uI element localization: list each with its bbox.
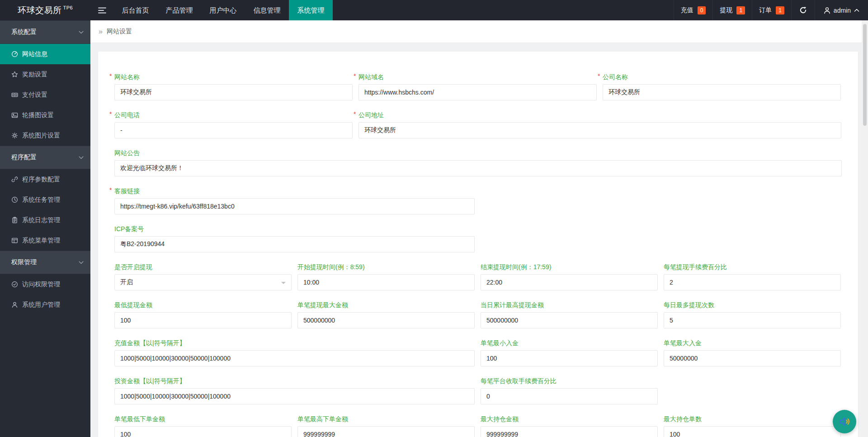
field-input-4-0[interactable] <box>114 236 475 252</box>
nav-tab-4[interactable]: 系统管理 <box>289 0 333 20</box>
field-label: 当日累计最高提现金额 <box>481 301 658 309</box>
field-input-9-1[interactable] <box>297 426 475 437</box>
sidebar-item-1-3[interactable]: 系统菜单管理 <box>0 230 90 251</box>
sidebar-item-0-4[interactable]: 系统图片设置 <box>0 125 90 146</box>
sidebar-item-label: 轮播图设置 <box>22 111 54 119</box>
sidebar-item-label: 系统日志管理 <box>22 216 60 224</box>
refresh-icon <box>799 6 807 14</box>
topbar-right: 充值0提现1订单1 admin <box>674 0 868 20</box>
field-label: 每笔平台收取手续费百分比 <box>481 377 658 385</box>
speaker-icon <box>838 415 851 428</box>
field-input-5-3[interactable] <box>664 274 841 290</box>
field-label: 开始提现时间(例：8:59) <box>297 263 475 271</box>
field-input-9-2[interactable] <box>481 426 658 437</box>
field-input-8-0[interactable] <box>114 388 475 404</box>
scrollbar-thumb[interactable] <box>863 24 867 126</box>
form-row-9: 单笔最低下单金额单笔最高下单金额最大持仓金额最大持仓单数 <box>114 415 842 437</box>
sidebar-section-0[interactable]: 系统配置 <box>0 20 90 44</box>
field-input-5-2[interactable] <box>481 274 658 290</box>
field-input-2-0[interactable] <box>114 160 842 176</box>
form-field-9-0: 单笔最低下单金额 <box>114 415 292 437</box>
user-menu[interactable]: admin <box>815 0 868 20</box>
form-field-6-2: 当日累计最高提现金额 <box>481 301 658 328</box>
field-label: 最大持仓金额 <box>481 415 658 423</box>
field-input-6-1[interactable] <box>297 312 475 328</box>
brand-logo: 环球交易所 TP6 <box>0 0 90 20</box>
field-input-7-0[interactable] <box>114 350 475 366</box>
form-field-5-0: 是否开启提现开启 <box>114 263 292 290</box>
stat-order[interactable]: 订单1 <box>752 0 791 20</box>
field-input-3-0[interactable] <box>114 198 475 214</box>
sidebar-section-title: 权限管理 <box>11 258 37 266</box>
field-input-1-0[interactable] <box>114 122 353 138</box>
field-input-1-1[interactable] <box>359 122 841 138</box>
field-input-6-3[interactable] <box>664 312 841 328</box>
sound-toggle-button[interactable] <box>833 410 856 433</box>
sidebar-item-1-2[interactable]: 系统日志管理 <box>0 210 90 230</box>
field-label: 单笔最高下单金额 <box>297 415 475 423</box>
nav-tab-3[interactable]: 信息管理 <box>245 0 289 20</box>
field-input-5-1[interactable] <box>297 274 475 290</box>
form-field-6-3: 每日最多提现次数 <box>664 301 841 328</box>
field-label: 充值金额【以|符号隔开】 <box>114 339 475 347</box>
sidebar-item-0-0[interactable]: 网站信息 <box>0 44 90 64</box>
required-asterisk: * <box>354 110 356 119</box>
sidebar-item-label: 网站信息 <box>22 50 47 58</box>
sidebar-toggle-button[interactable] <box>90 0 113 20</box>
sidebar-item-label: 程序参数配置 <box>22 176 60 184</box>
field-label: 单笔提现最大金额 <box>297 301 475 309</box>
nav-tab-0[interactable]: 后台首页 <box>113 0 157 20</box>
field-label: *公司地址 <box>359 111 841 119</box>
field-label: *客服链接 <box>114 187 475 195</box>
form-field-5-2: 结束提现时间(例：17:59) <box>481 263 658 290</box>
nav-tab-2[interactable]: 用户中心 <box>201 0 245 20</box>
stat-recharge[interactable]: 充值0 <box>674 0 713 20</box>
brand-tag: TP6 <box>63 5 73 10</box>
sidebar-item-label: 奖励设置 <box>22 71 47 79</box>
field-input-6-0[interactable] <box>114 312 292 328</box>
field-input-0-2[interactable] <box>603 84 841 100</box>
sidebar-item-2-1[interactable]: 系统用户管理 <box>0 294 90 315</box>
sidebar-item-0-3[interactable]: 轮播图设置 <box>0 105 90 125</box>
field-input-7-2[interactable] <box>664 350 841 366</box>
chevron-down-icon <box>79 31 84 34</box>
form-row-1: *公司电话*公司地址 <box>114 111 842 138</box>
field-input-6-2[interactable] <box>481 312 658 328</box>
field-label: 结束提现时间(例：17:59) <box>481 263 658 271</box>
sidebar-item-1-1[interactable]: 系统任务管理 <box>0 190 90 210</box>
field-select-5-0[interactable]: 开启 <box>114 274 292 290</box>
field-input-9-0[interactable] <box>114 426 292 437</box>
form-field-8-0: 投资金额【以|符号隔开】 <box>114 377 475 404</box>
required-asterisk: * <box>109 186 112 195</box>
user-icon <box>824 7 830 14</box>
sidebar-item-label: 系统用户管理 <box>22 301 60 309</box>
nav-tab-1[interactable]: 产品管理 <box>157 0 201 20</box>
star-icon <box>11 71 18 78</box>
sidebar-item-2-0[interactable]: 访问权限管理 <box>0 274 90 294</box>
field-input-0-1[interactable] <box>359 84 597 100</box>
refresh-button[interactable] <box>791 0 815 20</box>
required-asterisk: * <box>109 72 112 81</box>
banknote-icon <box>11 91 18 98</box>
form-field-1-1: *公司地址 <box>359 111 841 138</box>
page-title: 网站设置 <box>107 28 132 36</box>
sidebar-item-0-1[interactable]: 奖励设置 <box>0 64 90 85</box>
field-input-0-0[interactable] <box>114 84 353 100</box>
form-field-9-1: 单笔最高下单金额 <box>297 415 475 437</box>
sidebar-section-title: 系统配置 <box>11 28 37 36</box>
settings-form-card: *网站名称*网站域名*公司名称*公司电话*公司地址网站公告*客服链接ICP备案号… <box>98 52 858 437</box>
sidebar-item-label: 系统图片设置 <box>22 132 60 140</box>
sidebar-item-0-2[interactable]: 支付设置 <box>0 85 90 105</box>
app: 环球交易所 TP6 后台首页产品管理用户中心信息管理系统管理 充值0提现1订单1… <box>0 0 868 437</box>
field-label: 单笔最大入金 <box>664 339 841 347</box>
form-row-6: 最低提现金额单笔提现最大金额当日累计最高提现金额每日最多提现次数 <box>114 301 842 328</box>
stat-withdraw[interactable]: 提现1 <box>712 0 752 20</box>
sidebar-section-1[interactable]: 程序配置 <box>0 146 90 169</box>
sidebar-section-2[interactable]: 权限管理 <box>0 251 90 274</box>
field-input-8-1[interactable] <box>481 388 658 404</box>
layout-icon <box>11 237 18 244</box>
sidebar-item-1-0[interactable]: 程序参数配置 <box>0 169 90 190</box>
select-arrow-icon <box>281 282 286 286</box>
field-input-9-3[interactable] <box>664 426 841 437</box>
field-input-7-1[interactable] <box>481 350 658 366</box>
